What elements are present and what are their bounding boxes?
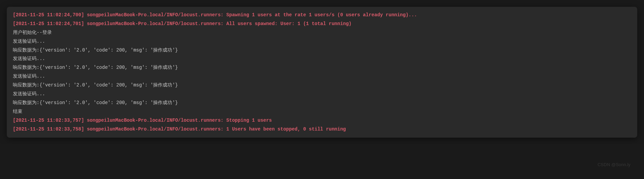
output-line: 响应数据为:{'version': '2.0', 'code': 200, 'm… [13, 99, 631, 107]
output-line: 发送验证码... [13, 90, 631, 99]
output-line: 发送验证码... [13, 72, 631, 81]
log-line: [2021-11-25 11:02:24,700] songpeilunMacB… [13, 11, 631, 20]
log-line: [2021-11-25 11:02:24,701] songpeilunMacB… [13, 20, 631, 28]
log-line: [2021-11-25 11:02:33,757] songpeilunMacB… [13, 116, 631, 125]
log-line: [2021-11-25 11:02:33,758] songpeilunMacB… [13, 125, 631, 134]
output-line: 用户初始化--登录 [13, 28, 631, 37]
terminal-output: [2021-11-25 11:02:24,700] songpeilunMacB… [7, 7, 637, 138]
output-line: 响应数据为:{'version': '2.0', 'code': 200, 'm… [13, 81, 631, 90]
output-line: 发送验证码... [13, 37, 631, 46]
output-line: 响应数据为:{'version': '2.0', 'code': 200, 'm… [13, 46, 631, 55]
output-line: 结束 [13, 107, 631, 116]
output-line: 发送验证码... [13, 55, 631, 63]
output-line: 响应数据为:{'version': '2.0', 'code': 200, 'm… [13, 63, 631, 72]
